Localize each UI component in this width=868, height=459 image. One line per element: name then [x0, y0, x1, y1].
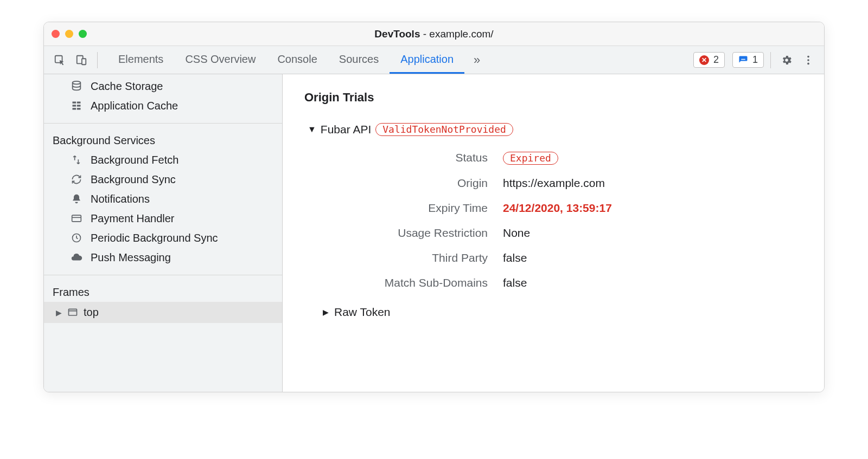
- match-subdomains-label: Match Sub-Domains: [336, 276, 488, 289]
- more-options-icon[interactable]: [799, 51, 818, 69]
- sidebar-item-push-messaging[interactable]: Push Messaging: [44, 248, 282, 267]
- issues-icon: [738, 55, 748, 65]
- panel-tabs: Elements CSS Overview Console Sources Ap…: [107, 46, 464, 74]
- window-title-page: example.com/: [429, 28, 493, 40]
- sidebar-item-label: Background Sync: [91, 173, 176, 186]
- usage-restriction-label: Usage Restriction: [336, 227, 488, 240]
- sidebar-group-background-services: Background Services Background Fetch Bac…: [44, 124, 282, 275]
- sidebar-item-frame-top[interactable]: ▶ top: [44, 302, 282, 323]
- status-label: Status: [336, 151, 488, 165]
- origin-trial-row[interactable]: ▼ Fubar API ValidTokenNotProvided: [308, 123, 802, 136]
- window-title-app: DevTools: [374, 28, 420, 40]
- grid-icon: [70, 99, 83, 112]
- sidebar-group-title: Frames: [44, 281, 282, 302]
- database-icon: [70, 80, 83, 93]
- tab-sources[interactable]: Sources: [328, 46, 390, 74]
- main-content: Origin Trials ▼ Fubar API ValidTokenNotP…: [283, 74, 824, 392]
- sidebar-item-background-sync[interactable]: Background Sync: [44, 170, 282, 189]
- cloud-icon: [70, 251, 83, 264]
- chevron-down-icon: ▼: [308, 125, 316, 134]
- tab-application[interactable]: Application: [390, 46, 464, 74]
- third-party-label: Third Party: [336, 251, 488, 264]
- svg-rect-7: [73, 102, 76, 104]
- device-toggle-icon[interactable]: [72, 51, 91, 69]
- svg-rect-8: [77, 102, 81, 104]
- svg-rect-10: [77, 105, 81, 106]
- error-count: 2: [713, 54, 719, 66]
- sidebar-item-cache-storage[interactable]: Cache Storage: [44, 76, 282, 96]
- trial-name: Fubar API: [321, 123, 371, 136]
- title-bar: DevTools - example.com/: [44, 22, 824, 46]
- sidebar-item-label: Payment Handler: [91, 212, 175, 225]
- svg-point-6: [73, 81, 81, 85]
- chevron-right-icon: ▶: [56, 308, 62, 317]
- expiry-label: Expiry Time: [336, 202, 488, 215]
- sidebar-item-label: Application Cache: [91, 100, 178, 112]
- sidebar-item-label: Background Fetch: [91, 154, 178, 166]
- frame-label: top: [84, 306, 99, 319]
- svg-point-4: [807, 59, 809, 61]
- svg-point-3: [807, 55, 809, 57]
- toolbar-divider: [770, 52, 771, 68]
- tab-css-overview[interactable]: CSS Overview: [174, 46, 266, 74]
- svg-rect-2: [82, 59, 86, 64]
- body: Cache Storage Application Cache Backgrou…: [44, 74, 824, 392]
- fetch-icon: [70, 153, 83, 166]
- issues-count-chip[interactable]: 1: [732, 52, 764, 68]
- status-value: Expired: [503, 151, 802, 165]
- tab-console[interactable]: Console: [266, 46, 328, 74]
- sidebar-group-frames: Frames ▶ top: [44, 275, 282, 323]
- svg-rect-11: [73, 108, 76, 109]
- error-icon: ✕: [699, 55, 709, 65]
- tabs-overflow-icon[interactable]: »: [468, 51, 486, 69]
- sidebar-item-label: Push Messaging: [91, 251, 171, 264]
- match-subdomains-value: false: [503, 276, 802, 289]
- zoom-window-button[interactable]: [79, 30, 87, 38]
- sidebar-item-label: Cache Storage: [91, 80, 163, 93]
- application-sidebar: Cache Storage Application Cache Backgrou…: [44, 74, 283, 392]
- sidebar-item-notifications[interactable]: Notifications: [44, 189, 282, 209]
- devtools-toolbar: Elements CSS Overview Console Sources Ap…: [44, 46, 824, 74]
- window-controls: [52, 30, 87, 38]
- sidebar-item-application-cache[interactable]: Application Cache: [44, 96, 282, 115]
- sidebar-item-payment-handler[interactable]: Payment Handler: [44, 209, 282, 228]
- raw-token-row[interactable]: ▶ Raw Token: [323, 306, 802, 319]
- svg-rect-13: [72, 215, 81, 222]
- window-title: DevTools - example.com/: [44, 28, 824, 40]
- origin-value: https://example.com: [503, 177, 802, 190]
- svg-rect-12: [77, 108, 81, 109]
- devtools-window: DevTools - example.com/ Elements CSS Ove…: [43, 22, 825, 392]
- error-count-chip[interactable]: ✕ 2: [693, 52, 725, 68]
- sidebar-item-label: Periodic Background Sync: [91, 232, 218, 244]
- section-title: Origin Trials: [304, 90, 802, 105]
- clock-icon: [70, 231, 83, 244]
- svg-rect-15: [69, 309, 77, 315]
- close-window-button[interactable]: [52, 30, 60, 38]
- trial-status-badge: ValidTokenNotProvided: [375, 123, 513, 136]
- sidebar-item-periodic-background-sync[interactable]: Periodic Background Sync: [44, 228, 282, 248]
- usage-restriction-value: None: [503, 227, 802, 240]
- inspect-element-icon[interactable]: [50, 51, 69, 69]
- chevron-right-icon: ▶: [323, 308, 329, 316]
- settings-icon[interactable]: [777, 51, 796, 69]
- sync-icon: [70, 173, 83, 186]
- svg-point-5: [807, 62, 809, 64]
- third-party-value: false: [503, 251, 802, 264]
- tab-elements[interactable]: Elements: [107, 46, 174, 74]
- trial-details: Status Expired Origin https://example.co…: [336, 151, 802, 289]
- sidebar-group-title: Background Services: [44, 129, 282, 150]
- toolbar-divider: [97, 52, 98, 68]
- raw-token-label: Raw Token: [334, 306, 391, 319]
- bell-icon: [70, 192, 83, 205]
- credit-card-icon: [70, 212, 83, 225]
- sidebar-item-label: Notifications: [91, 193, 150, 205]
- issues-count: 1: [752, 54, 758, 66]
- frame-icon: [67, 307, 78, 318]
- expiry-value: 24/12/2020, 13:59:17: [503, 202, 802, 215]
- sidebar-item-background-fetch[interactable]: Background Fetch: [44, 150, 282, 170]
- svg-rect-9: [73, 105, 76, 106]
- sidebar-group-cache: Cache Storage Application Cache: [44, 74, 282, 124]
- origin-label: Origin: [336, 177, 488, 190]
- minimize-window-button[interactable]: [65, 30, 73, 38]
